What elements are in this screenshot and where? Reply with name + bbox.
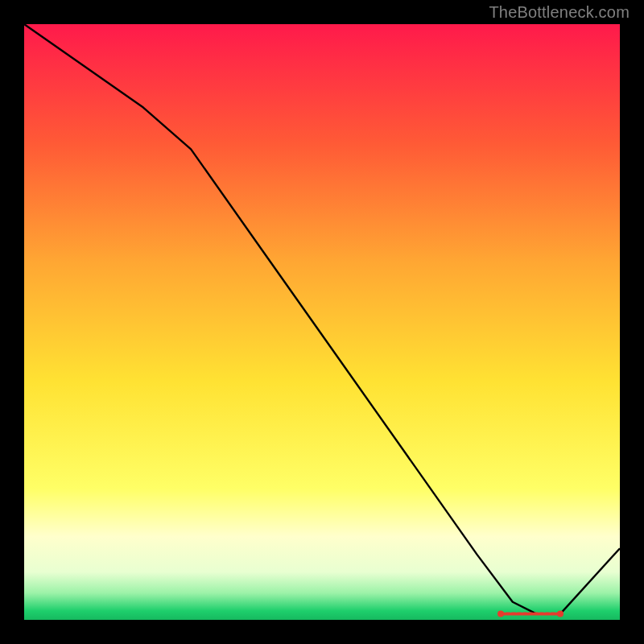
chart-plot [24, 24, 620, 620]
gradient-background [24, 24, 620, 620]
watermark-text: TheBottleneck.com [489, 3, 630, 22]
chart-frame: TheBottleneck.com [0, 0, 644, 644]
